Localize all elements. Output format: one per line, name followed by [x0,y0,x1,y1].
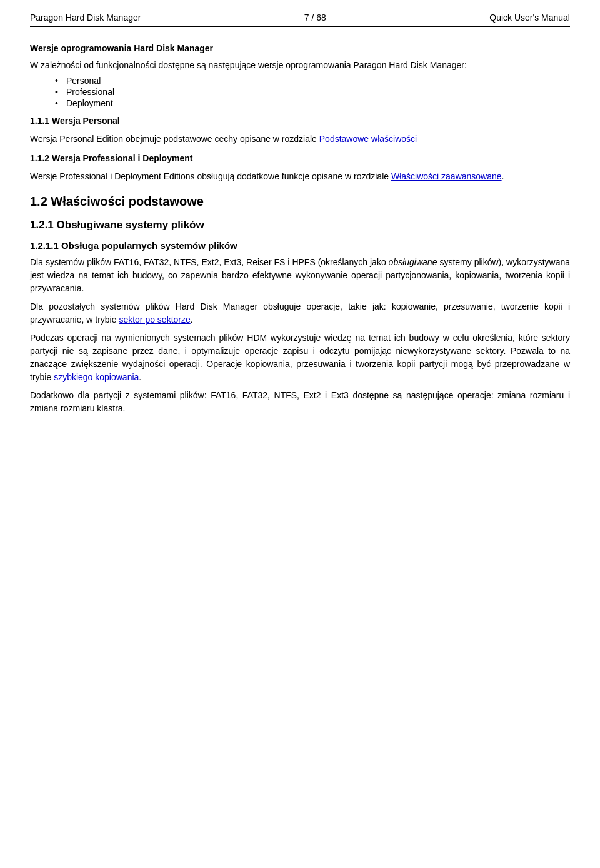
list-item: Deployment [55,98,570,108]
intro-paragraph: W zależności od funkcjonalności dostępne… [30,59,570,72]
szybkiego-kopiowania-link[interactable]: szybkiego kopiowania [54,372,139,382]
section-1-1-1-heading: 1.1.1 Wersja Personal [30,114,570,128]
section-1-2-1-1-para4: Dodatkowo dla partycji z systemami plikó… [30,389,570,415]
section-1-1-2-text: Wersje Professional i Deployment Edition… [30,170,570,183]
intro-title: Wersje oprogramowania Hard Disk Manager [30,42,570,55]
header-right: Quick User's Manual [489,13,570,23]
section-1-2-1-heading: 1.2.1 Obsługiwane systemy plików [30,219,570,231]
section-1-2-1: 1.2.1 Obsługiwane systemy plików [30,219,570,231]
podstawowe-wlasciwosci-link[interactable]: Podstawowe właściwości [319,134,417,144]
page: Paragon Hard Disk Manager 7 / 68 Quick U… [0,0,600,447]
header-left: Paragon Hard Disk Manager [30,13,141,23]
section-1-1-2: 1.1.2 Wersja Professional i Deployment W… [30,152,570,183]
intro-section: Wersje oprogramowania Hard Disk Manager … [30,42,570,108]
bullet-list: Personal Professional Deployment [55,76,570,108]
section-1-1-2-heading: 1.1.2 Wersja Professional i Deployment [30,152,570,165]
list-item: Professional [55,87,570,97]
section-1-1-1-text: Wersja Personal Edition obejmuje podstaw… [30,133,570,146]
section-1-2-heading: 1.2 Właściwości podstawowe [30,194,570,209]
section-1-2-1-1-para1: Dla systemów plików FAT16, FAT32, NTFS, … [30,256,570,295]
section-1-2-1-1-para3: Podczas operacji na wymienionych systema… [30,331,570,384]
wlasciwosci-zaawansowane-link[interactable]: Właściwości zaawansowane [391,171,502,181]
section-1-2: 1.2 Właściwości podstawowe [30,194,570,209]
list-item: Personal [55,76,570,86]
sektor-po-sektorze-link[interactable]: sektor po sektorze [119,315,190,325]
section-1-1-1: 1.1.1 Wersja Personal Wersja Personal Ed… [30,114,570,146]
header-center: 7 / 68 [304,13,326,23]
section-1-2-1-1-para2: Dla pozostałych systemów plików Hard Dis… [30,300,570,326]
page-header: Paragon Hard Disk Manager 7 / 68 Quick U… [30,13,570,27]
section-1-2-1-1-heading: 1.2.1.1 Obsługa popularnych systemów pli… [30,240,570,251]
section-1-2-1-1: 1.2.1.1 Obsługa popularnych systemów pli… [30,240,570,415]
